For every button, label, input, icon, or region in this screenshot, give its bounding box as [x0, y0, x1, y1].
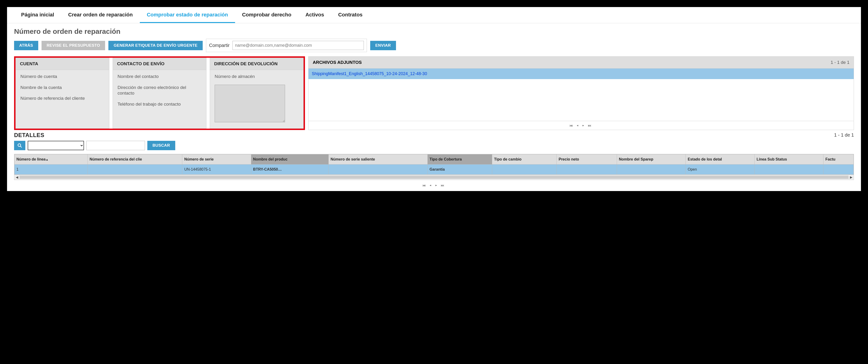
cell-coverage: Garantía — [428, 164, 492, 174]
card-account: CUENTA Número de cuenta Nombre de la cue… — [16, 58, 109, 129]
pager-last-icon[interactable]: ⏭ — [588, 123, 593, 127]
share-box: Compartir — [206, 39, 367, 52]
tab-assets[interactable]: Activos — [299, 7, 331, 23]
cell-cust-ref — [88, 164, 182, 174]
tab-create-order[interactable]: Crear orden de reparación — [61, 7, 140, 23]
attachments-panel: ARCHIVOS ADJUNTOS 1 - 1 de 1 ShippingMan… — [308, 56, 854, 130]
scroll-right-icon[interactable]: ▶ — [848, 175, 854, 179]
card-return-address: DIRECCIÓN DE DEVOLUCIÓN Número de almacé… — [210, 58, 304, 129]
search-icon — [18, 143, 22, 148]
tab-bar: Página inicial Crear orden de reparación… — [7, 7, 861, 23]
contact-email-label: Dirección de correo electrónico del cont… — [118, 85, 202, 96]
pager-prev-icon[interactable]: ◀ — [577, 123, 580, 127]
cell-line-no: 1 — [14, 164, 88, 174]
pager-next-icon[interactable]: ▶ — [435, 183, 438, 187]
page-title: Número de orden de reparación — [7, 23, 861, 39]
action-row: ATRÁS REVISE EL PRESUPUESTO GENERAR ETIQ… — [7, 39, 861, 56]
back-button[interactable]: ATRÁS — [14, 41, 38, 50]
col-net-price[interactable]: Precio neto — [557, 154, 617, 164]
col-sub-status[interactable]: Línea Sub Status — [754, 154, 823, 164]
cell-product: BTRY-CA5050… — [251, 164, 329, 174]
tab-contracts[interactable]: Contratos — [331, 7, 370, 23]
scroll-track[interactable] — [20, 176, 848, 179]
card-contact-title: CONTACTO DE ENVÍO — [113, 58, 206, 70]
cell-out-serial — [329, 164, 428, 174]
share-email-input[interactable] — [232, 41, 364, 50]
attachments-pager[interactable]: ⏮ ◀ ▶ ⏭ — [308, 121, 854, 130]
attachments-title: ARCHIVOS ADJUNTOS — [313, 60, 362, 65]
attachments-count: 1 - 1 de 1 — [831, 60, 849, 65]
attachment-link[interactable]: ShippingManifest1_English_14458075_10-24… — [309, 68, 854, 79]
scroll-left-icon[interactable]: ◀ — [14, 175, 20, 179]
svg-line-1 — [21, 146, 22, 147]
pager-next-icon[interactable]: ▶ — [582, 123, 586, 127]
search-row: BUSCAR — [7, 140, 861, 154]
highlighted-card-group: CUENTA Número de cuenta Nombre de la cue… — [14, 56, 305, 130]
send-button[interactable]: ENVIAR — [370, 41, 396, 50]
tab-home[interactable]: Página inicial — [14, 7, 61, 23]
generate-label-button[interactable]: GENERAR ETIQUETA DE ENVÍO URGENTE — [108, 41, 203, 50]
contact-name-label: Nombre del contacto — [118, 74, 202, 80]
card-contact: CONTACTO DE ENVÍO Nombre del contacto Di… — [113, 58, 207, 129]
details-pager[interactable]: ⏮ ◀ ▶ ⏭ — [7, 180, 861, 191]
details-title: DETALLES — [14, 132, 44, 139]
col-product[interactable]: Nombre del produc — [251, 154, 329, 164]
pager-prev-icon[interactable]: ◀ — [430, 183, 433, 187]
col-out-serial[interactable]: Número de serie saliente — [329, 154, 428, 164]
cell-invoice — [824, 164, 854, 174]
customer-ref-label: Número de referencia del cliente — [21, 95, 104, 101]
details-table: Número de línea▲ Número de referencia de… — [14, 154, 854, 175]
table-header-row: Número de línea▲ Número de referencia de… — [14, 154, 854, 164]
sort-asc-icon: ▲ — [45, 158, 48, 161]
table-row[interactable]: 1 UN-14458075-1 BTRY-CA5050… Garantía Op… — [14, 164, 854, 174]
account-number-label: Número de cuenta — [21, 74, 104, 80]
table-horizontal-scrollbar[interactable]: ◀ ▶ — [14, 175, 854, 180]
cards-row: CUENTA Número de cuenta Nombre de la cue… — [7, 56, 861, 130]
tab-check-status[interactable]: Comprobar estado de reparación — [140, 7, 235, 23]
col-serial[interactable]: Número de serie — [182, 154, 251, 164]
search-field-select[interactable] — [28, 141, 84, 150]
col-invoice[interactable]: Factu — [824, 154, 854, 164]
card-return-title: DIRECCIÓN DE DEVOLUCIÓN — [210, 58, 303, 70]
pager-last-icon[interactable]: ⏭ — [441, 183, 446, 187]
warehouse-number-label: Número de almacén — [215, 74, 299, 80]
col-cust-ref[interactable]: Número de referencia del clie — [88, 154, 182, 164]
cell-net-price — [557, 164, 617, 174]
review-quote-button: REVISE EL PRESUPUESTO — [41, 41, 105, 50]
col-sparep[interactable]: Nombre del Sparep — [617, 154, 686, 164]
cell-serial: UN-14458075-1 — [182, 164, 251, 174]
col-coverage[interactable]: Tipo de Cobertura — [428, 154, 492, 164]
account-name-label: Nombre de la cuenta — [21, 85, 104, 91]
cell-sparep — [617, 164, 686, 174]
contact-phone-label: Teléfono del trabajo de contacto — [118, 101, 202, 107]
cell-sub-status — [754, 164, 823, 174]
tab-check-entitlement[interactable]: Comprobar derecho — [235, 7, 299, 23]
col-line-no[interactable]: Número de línea▲ — [14, 154, 88, 164]
share-label: Compartir — [209, 43, 230, 48]
details-count: 1 - 1 de 1 — [834, 132, 854, 138]
col-exchange[interactable]: Tipo de cambio — [492, 154, 557, 164]
cell-exchange — [492, 164, 557, 174]
col-status[interactable]: Estado de los detal — [686, 154, 754, 164]
svg-point-0 — [18, 144, 21, 147]
details-table-wrap: Número de línea▲ Número de referencia de… — [14, 154, 854, 180]
return-address-textarea[interactable] — [215, 85, 285, 122]
cell-status: Open — [686, 164, 754, 174]
search-value-input[interactable] — [86, 141, 145, 150]
search-icon-button[interactable] — [14, 141, 25, 150]
search-button[interactable]: BUSCAR — [147, 141, 175, 150]
pager-first-icon[interactable]: ⏮ — [569, 123, 574, 127]
card-account-title: CUENTA — [16, 58, 109, 70]
pager-first-icon[interactable]: ⏮ — [422, 183, 427, 187]
